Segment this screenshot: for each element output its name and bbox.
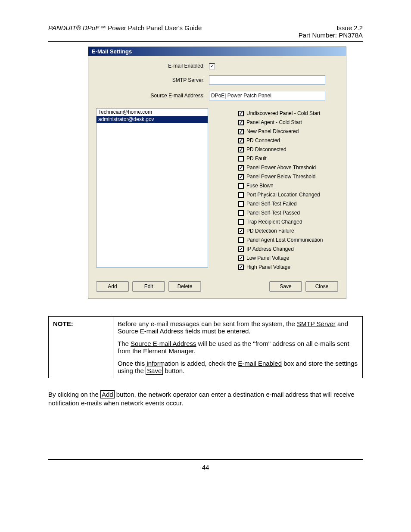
product: DPoE	[81, 24, 100, 31]
event-row: ✓PD Connected	[238, 136, 323, 145]
event-label: New Panel Discovered	[246, 127, 299, 136]
event-checkbox[interactable]: ✓	[238, 138, 244, 143]
event-checkbox[interactable]	[238, 183, 244, 189]
event-checkbox[interactable]: ✓	[238, 174, 244, 180]
note-table: NOTE: Before any e-mail messages can be …	[48, 316, 363, 378]
event-row: Panel Self-Test Failed	[238, 199, 323, 208]
header-left: PANDUIT® DPoE™ Power Patch Panel User's …	[48, 24, 202, 39]
list-item[interactable]: administrator@desk.gov	[97, 116, 208, 123]
label-smtp-server: SMTP Server:	[96, 77, 209, 83]
note-text: Once this information is added, check th…	[118, 360, 238, 367]
note-boxed-save: Save	[146, 367, 163, 375]
event-row: ✓Panel Power Above Threshold	[238, 163, 323, 172]
event-row: ✓Panel Agent - Cold Start	[238, 118, 323, 127]
email-enabled-checkbox[interactable]: ✓	[209, 63, 215, 69]
smtp-server-input[interactable]	[209, 75, 325, 85]
event-label: Panel Power Below Threshold	[246, 172, 316, 181]
note-heading: NOTE:	[49, 316, 113, 378]
event-label: Low Panel Voltage	[246, 254, 289, 263]
page-number: 44	[48, 464, 363, 471]
events-checklist: ✓Undiscovered Panel - Cold Start✓Panel A…	[238, 108, 323, 272]
note-underline-smtp: SMTP Server	[297, 320, 336, 327]
event-row: ✓High Panel Voltage	[238, 263, 323, 272]
event-checkbox[interactable]: ✓	[238, 120, 244, 125]
event-checkbox[interactable]: ✓	[238, 165, 244, 171]
note-text: The	[118, 340, 131, 347]
delete-button[interactable]: Delete	[168, 281, 201, 292]
note-underline-source: Source E-mail Address	[118, 327, 184, 335]
note-underline-emailenabled: E-mail Enabled	[238, 360, 282, 367]
event-label: Panel Self-Test Failed	[246, 199, 297, 208]
recipients-listbox[interactable]: Technician@home.comadministrator@desk.go…	[96, 108, 208, 268]
tm-symbol: ™	[100, 24, 106, 31]
part-number: Part Number: PN378A	[299, 31, 363, 39]
event-checkbox[interactable]: ✓	[238, 246, 244, 252]
event-row: Panel Self-Test Passed	[238, 208, 323, 218]
issue: Issue 2.2	[299, 24, 363, 31]
event-label: Port Physical Location Changed	[246, 190, 320, 199]
event-checkbox[interactable]: ✓	[238, 228, 244, 234]
close-button[interactable]: Close	[305, 281, 338, 292]
event-row: Panel Agent Lost Communication	[238, 236, 323, 245]
event-label: Undiscovered Panel - Cold Start	[246, 109, 320, 118]
event-checkbox[interactable]: ✓	[238, 111, 244, 116]
dialog-title: E-Mail Settings	[88, 47, 346, 56]
event-row: ✓PD Detection Failure	[238, 227, 323, 236]
event-label: Panel Power Above Threshold	[246, 163, 316, 172]
title-rest: Power Patch Panel User's Guide	[106, 24, 202, 31]
event-checkbox[interactable]	[238, 192, 244, 198]
note-underline-source2: Source E-mail Address	[131, 340, 196, 347]
note-text: Before any e-mail messages can be sent f…	[118, 320, 297, 327]
brand: PANDUIT	[48, 24, 76, 31]
email-settings-dialog: E-Mail Settings E-mail Enabled: ✓ SMTP S…	[88, 47, 346, 299]
event-checkbox[interactable]: ✓	[238, 147, 244, 152]
event-row: ✓Low Panel Voltage	[238, 254, 323, 263]
note-text: and	[336, 320, 348, 327]
event-checkbox[interactable]	[238, 156, 244, 162]
note-text: button.	[163, 367, 184, 374]
event-label: High Panel Voltage	[246, 263, 290, 272]
event-row: Trap Recipient Changed	[238, 218, 323, 227]
event-checkbox[interactable]: ✓	[238, 129, 244, 134]
event-label: PD Disconnected	[246, 145, 286, 154]
footer-rule	[48, 459, 363, 460]
body-text: By clicking on the	[48, 391, 100, 398]
body-boxed-add: Add	[100, 390, 115, 398]
event-label: PD Detection Failure	[246, 227, 294, 236]
note-text: fields must be entered.	[184, 327, 251, 335]
reg-symbol: ®	[76, 24, 81, 31]
save-button[interactable]: Save	[269, 281, 302, 292]
event-row: Port Physical Location Changed	[238, 190, 323, 199]
event-row: ✓IP Address Changed	[238, 245, 323, 254]
event-label: Panel Agent Lost Communication	[246, 236, 323, 245]
list-item[interactable]: Technician@home.com	[97, 109, 208, 116]
document-header: PANDUIT® DPoE™ Power Patch Panel User's …	[48, 24, 363, 39]
event-label: Fuse Blown	[246, 181, 274, 190]
event-label: PD Fault	[246, 154, 267, 163]
label-source-email: Source E-mail Address:	[96, 93, 209, 99]
event-checkbox[interactable]	[238, 201, 244, 207]
event-row: ✓PD Disconnected	[238, 145, 323, 154]
event-label: Panel Self-Test Passed	[246, 208, 300, 218]
event-row: ✓Undiscovered Panel - Cold Start	[238, 109, 323, 118]
event-row: ✓Panel Power Below Threshold	[238, 172, 323, 181]
event-row: Fuse Blown	[238, 181, 323, 190]
event-label: PD Connected	[246, 136, 280, 145]
event-checkbox[interactable]	[238, 237, 244, 243]
event-row: ✓New Panel Discovered	[238, 127, 323, 136]
header-rule	[48, 41, 363, 42]
event-label: IP Address Changed	[246, 245, 294, 254]
edit-button[interactable]: Edit	[132, 281, 165, 292]
note-body: Before any e-mail messages can be sent f…	[113, 316, 363, 378]
event-checkbox[interactable]: ✓	[238, 255, 244, 261]
label-email-enabled: E-mail Enabled:	[96, 63, 209, 69]
event-checkbox[interactable]: ✓	[238, 264, 244, 270]
add-button[interactable]: Add	[96, 281, 129, 292]
event-label: Panel Agent - Cold Start	[246, 118, 302, 127]
event-checkbox[interactable]	[238, 210, 244, 216]
event-row: PD Fault	[238, 154, 323, 163]
event-label: Trap Recipient Changed	[246, 218, 302, 227]
body-paragraph: By clicking on the Add button, the netwo…	[48, 390, 363, 408]
source-email-input[interactable]	[209, 91, 325, 100]
event-checkbox[interactable]	[238, 219, 244, 225]
